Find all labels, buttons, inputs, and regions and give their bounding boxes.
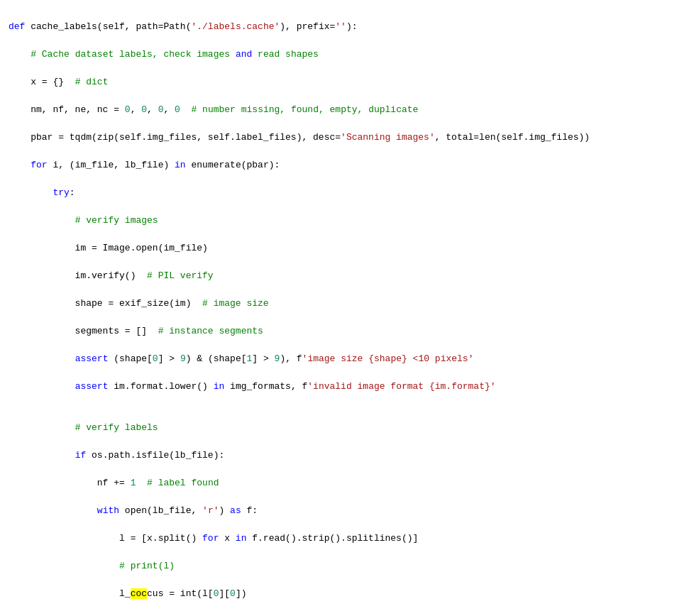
code-block: def cache_labels(self, path=Path('./labe… (9, 6, 668, 616)
code-container: def cache_labels(self, path=Path('./labe… (0, 0, 677, 616)
